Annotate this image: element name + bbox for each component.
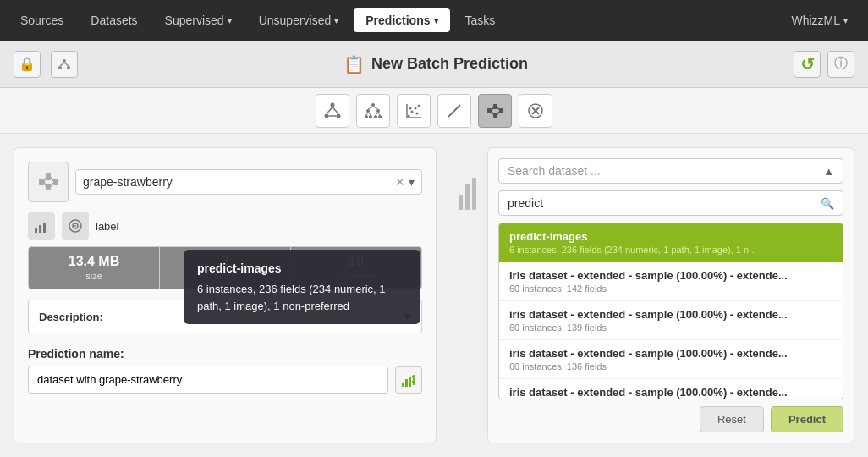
svg-rect-45: [46, 173, 51, 180]
info-instances-label: instances: [337, 271, 376, 281]
svg-point-26: [415, 107, 417, 109]
nav-supervised[interactable]: Supervised ▾: [153, 8, 244, 32]
svg-point-17: [378, 115, 382, 118]
svg-rect-33: [487, 108, 492, 113]
result-item-3[interactable]: iris dataset - extended - sample (100.00…: [499, 340, 843, 379]
nav-user[interactable]: WhizzML ▾: [779, 8, 860, 32]
svg-rect-47: [53, 179, 58, 185]
left-panel: grape-strawberry ✕ ▾ label 13.4 MB size: [14, 147, 437, 443]
result-sub-3: 60 instances, 136 fields: [509, 361, 832, 372]
panel-separator-icon: [457, 161, 481, 214]
svg-rect-53: [39, 225, 41, 233]
search-input-row: 🔍: [498, 190, 843, 216]
nav-tasks[interactable]: Tasks: [453, 8, 508, 32]
toolbar: 🔒 📋 New Batch Prediction ↺ ⓘ: [0, 41, 868, 88]
svg-line-49: [44, 182, 46, 186]
model-type-random-forest[interactable]: [356, 94, 390, 128]
nav-unsupervised[interactable]: Unsupervised ▾: [247, 8, 351, 32]
network-icon[interactable]: [51, 51, 78, 78]
model-type-anomaly[interactable]: [519, 94, 552, 128]
model-value: grape-strawberry: [83, 175, 173, 189]
svg-point-6: [325, 113, 329, 118]
model-type-ensemble[interactable]: [316, 94, 349, 128]
description-row: Description: ▾: [28, 300, 422, 333]
result-title-1: iris dataset - extended - sample (100.00…: [509, 269, 832, 282]
svg-rect-34: [493, 104, 497, 109]
nav-sources[interactable]: Sources: [8, 8, 75, 32]
description-label: Description:: [39, 311, 404, 323]
nav-predictions[interactable]: Predictions ▾: [354, 8, 449, 32]
svg-point-29: [416, 112, 419, 114]
svg-line-48: [44, 178, 46, 182]
result-title-3: iris dataset - extended - sample (100.00…: [509, 347, 832, 360]
svg-rect-59: [405, 379, 408, 387]
predict-button[interactable]: Predict: [771, 406, 843, 432]
svg-line-39: [497, 107, 499, 110]
result-sub-1: 60 instances, 142 fields: [509, 284, 832, 294]
result-item-2[interactable]: iris dataset - extended - sample (100.00…: [499, 301, 843, 340]
toolbar-title: 📋 New Batch Prediction: [88, 54, 783, 74]
search-header-caret[interactable]: ▲: [823, 165, 834, 178]
prediction-name-section: Prediction name:: [28, 347, 422, 394]
right-panel: Search dataset ... ▲ 🔍 predict-images 6 …: [487, 147, 854, 443]
svg-line-21: [368, 113, 371, 115]
search-header-label: Search dataset ...: [508, 164, 823, 178]
stats-target-icon: [62, 212, 89, 240]
reset-button[interactable]: Reset: [700, 406, 764, 432]
svg-rect-44: [39, 179, 44, 185]
result-title-0: predict-images: [509, 230, 832, 243]
result-item-1[interactable]: iris dataset - extended - sample (100.00…: [499, 262, 843, 301]
model-type-network[interactable]: [478, 94, 512, 128]
model-type-linear[interactable]: [437, 94, 471, 128]
model-clear-icon[interactable]: ✕: [395, 175, 405, 189]
model-type-scatter[interactable]: [397, 94, 431, 128]
description-toggle[interactable]: ▾: [404, 307, 411, 326]
svg-rect-65: [465, 184, 470, 210]
svg-line-38: [492, 111, 493, 114]
svg-point-13: [376, 109, 380, 113]
search-header[interactable]: Search dataset ... ▲: [498, 158, 843, 184]
svg-point-57: [74, 225, 76, 227]
result-item-0[interactable]: predict-images 6 instances, 236 fields (…: [499, 223, 843, 262]
model-dropdown[interactable]: grape-strawberry ✕ ▾: [75, 169, 422, 195]
svg-line-23: [378, 113, 380, 115]
svg-rect-60: [409, 377, 411, 387]
unsupervised-arrow: ▾: [334, 16, 338, 25]
svg-point-11: [371, 103, 375, 107]
lock-icon[interactable]: 🔒: [14, 51, 41, 78]
info-instances: 10 instances: [291, 247, 421, 289]
result-item-4[interactable]: iris dataset - extended - sample (100.00…: [499, 379, 843, 399]
result-title-4: iris dataset - extended - sample (100.00…: [509, 386, 832, 399]
doc-icon: 📋: [343, 54, 365, 74]
svg-line-32: [448, 105, 460, 117]
model-caret-icon[interactable]: ▾: [409, 175, 415, 189]
info-size-label: size: [85, 271, 102, 281]
svg-point-5: [331, 102, 335, 107]
nav-datasets[interactable]: Datasets: [79, 8, 149, 32]
prediction-name-input[interactable]: [28, 366, 388, 394]
svg-point-1: [58, 66, 62, 69]
prediction-add-icon[interactable]: [395, 366, 422, 394]
refresh-button[interactable]: ↺: [794, 51, 821, 78]
svg-point-25: [411, 110, 414, 113]
svg-rect-66: [472, 178, 476, 210]
search-icon[interactable]: 🔍: [821, 197, 834, 210]
svg-line-40: [497, 112, 499, 115]
main-content: grape-strawberry ✕ ▾ label 13.4 MB size: [0, 134, 868, 457]
svg-line-3: [60, 63, 64, 66]
search-results: predict-images 6 instances, 236 fields (…: [498, 223, 843, 399]
info-instances-value: 10: [298, 254, 415, 269]
svg-point-24: [408, 114, 410, 117]
search-input[interactable]: [508, 196, 821, 210]
svg-line-51: [51, 183, 53, 187]
info-fields-label: fields: [214, 271, 236, 281]
info-boxes: 13.4 MB size 2 fields 10 instances: [28, 246, 422, 289]
info-size-value: 13.4 MB: [36, 254, 152, 269]
svg-rect-46: [46, 184, 51, 190]
prediction-name-row: [28, 366, 422, 394]
info-fields: 2 fields: [160, 247, 290, 289]
info-button[interactable]: ⓘ: [827, 51, 854, 78]
svg-point-0: [63, 59, 66, 63]
svg-point-16: [374, 115, 377, 118]
model-type-bar: [0, 88, 868, 134]
